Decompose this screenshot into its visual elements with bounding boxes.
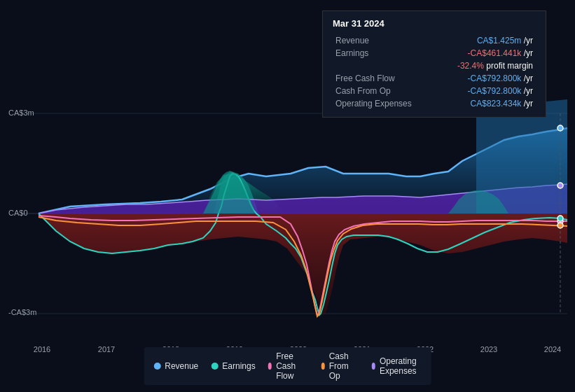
svg-point-8: [557, 216, 563, 221]
tooltip-value-fcf: -CA$792.800k /yr: [434, 72, 536, 85]
tooltip-label-cashop: Cash From Op: [333, 85, 434, 97]
legend-item-revenue[interactable]: Revenue: [153, 361, 198, 371]
tooltip-value-margin: -32.4% profit margin: [434, 59, 536, 72]
tooltip-label-revenue: Revenue: [333, 34, 434, 47]
y-axis-top: CA$3m: [8, 108, 34, 117]
tooltip-row-earnings: Earnings -CA$461.441k /yr: [333, 47, 536, 59]
x-label-2017: 2017: [98, 345, 115, 354]
legend-item-cashop[interactable]: Cash From Op: [321, 351, 359, 381]
legend-label-fcf: Free Cash Flow: [276, 351, 308, 381]
tooltip-value-revenue: CA$1.425m /yr: [434, 34, 536, 47]
tooltip-value-opex: CA$823.434k /yr: [434, 97, 536, 110]
tooltip-label-earnings: Earnings: [333, 47, 434, 59]
legend-dot-fcf: [268, 363, 272, 370]
legend-dot-revenue: [153, 363, 160, 370]
tooltip-value-earnings: -CA$461.441k /yr: [434, 47, 536, 59]
y-axis-mid: CA$0: [8, 209, 28, 217]
tooltip-box: Mar 31 2024 Revenue CA$1.425m /yr Earnin…: [322, 10, 546, 118]
tooltip-label-margin: [333, 59, 434, 72]
tooltip-table: Revenue CA$1.425m /yr Earnings -CA$461.4…: [333, 34, 536, 110]
legend-item-earnings[interactable]: Earnings: [211, 361, 255, 371]
tooltip-date: Mar 31 2024: [333, 18, 536, 29]
legend-dot-opex: [371, 363, 375, 370]
x-label-2024: 2024: [544, 345, 561, 354]
legend-label-cashop: Cash From Op: [329, 351, 359, 381]
tooltip-row-opex: Operating Expenses CA$823.434k /yr: [333, 97, 536, 110]
tooltip-row-fcf: Free Cash Flow -CA$792.800k /yr: [333, 72, 536, 85]
tooltip-row-revenue: Revenue CA$1.425m /yr: [333, 34, 536, 47]
chart-container: CA$3m CA$0 -CA$3m 2016 2017 2018 2019 20…: [0, 0, 575, 392]
legend-label-revenue: Revenue: [165, 361, 198, 371]
tooltip-row-cashop: Cash From Op -CA$792.800k /yr: [333, 85, 536, 97]
legend-label-earnings: Earnings: [222, 361, 255, 371]
legend: Revenue Earnings Free Cash Flow Cash Fro…: [144, 347, 431, 385]
tooltip-label-fcf: Free Cash Flow: [333, 72, 434, 85]
legend-label-opex: Operating Expenses: [380, 356, 422, 376]
legend-dot-earnings: [211, 363, 218, 370]
svg-point-5: [557, 183, 563, 188]
svg-point-7: [557, 223, 563, 228]
tooltip-label-opex: Operating Expenses: [333, 97, 434, 110]
x-label-2016: 2016: [34, 345, 50, 354]
legend-item-opex[interactable]: Operating Expenses: [371, 356, 421, 376]
y-axis-bot: -CA$3m: [8, 308, 36, 316]
svg-point-4: [557, 125, 563, 131]
x-label-2023: 2023: [480, 345, 497, 354]
tooltip-value-cashop: -CA$792.800k /yr: [434, 85, 536, 97]
tooltip-row-margin: -32.4% profit margin: [333, 59, 536, 72]
legend-item-fcf[interactable]: Free Cash Flow: [268, 351, 309, 381]
legend-dot-cashop: [321, 363, 324, 370]
